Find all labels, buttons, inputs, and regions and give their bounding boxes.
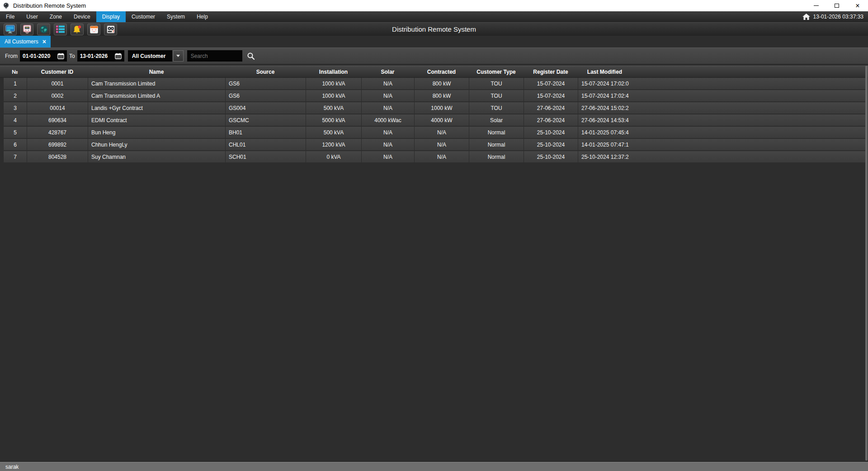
table-cell: BH01 [225,127,306,138]
menu-item-system[interactable]: System [161,11,191,22]
customer-type-dropdown[interactable]: All Customer [128,50,172,62]
table-cell: 15-07-2024 [524,78,578,89]
to-date-field[interactable]: 13-01-2026 [77,50,124,62]
column-header[interactable]: Contracted [414,69,469,75]
svg-text:7: 7 [113,30,114,33]
table-cell: 800 kW [414,78,469,89]
toolbar: 7 [0,24,117,35]
logged-in-user: sarak [5,464,19,470]
menu-item-zone[interactable]: Zone [44,11,68,22]
customer-type-dropdown-button[interactable] [173,50,184,62]
close-icon: × [855,2,859,10]
from-label: From [3,53,20,59]
calendar-picker-icon[interactable] [57,53,64,59]
table-cell: 5000 kVA [306,114,361,126]
search-button[interactable] [245,50,257,62]
table-cell: GSCMC [225,114,306,126]
table-cell: 2 [3,90,27,101]
table-cell: 1200 kVA [306,139,361,150]
meter-reading-button[interactable]: 7 [104,24,117,35]
menu-item-help[interactable]: Help [191,11,214,22]
menu-item-user[interactable]: User [20,11,43,22]
table-row[interactable]: 7804528Suy ChamnanSCH010 kVAN/AN/ANormal… [3,151,868,162]
column-header[interactable]: Solar [361,69,414,75]
meter-device-button[interactable] [20,24,33,35]
meter-reading-icon: 7 [106,25,115,34]
table-cell: 699892 [27,139,88,150]
search-input[interactable] [187,50,242,62]
column-header[interactable]: Source [225,69,306,75]
table-row[interactable]: 6699892Chhun HengLyCHL011200 kVAN/AN/ANo… [3,139,868,150]
table-row[interactable]: 10001Cam Transmission LimitedGS61000 kVA… [3,78,868,89]
menu-item-customer[interactable]: Customer [126,11,161,22]
table-cell: Normal [469,151,524,162]
table-cell: TOU [469,102,524,114]
table-cell: CHL01 [225,139,306,150]
table-cell: Chhun HengLy [88,139,225,150]
grid-header: №Customer IDNameSourceInstallationSolarC… [0,66,868,78]
vertical-scrollbar[interactable] [865,66,868,461]
table-cell: Normal [469,127,524,138]
chevron-down-icon [176,55,180,57]
menu-item-display[interactable]: Display [96,11,126,22]
table-cell: Suy Chamnan [88,151,225,162]
table-cell: 804528 [27,151,88,162]
column-header[interactable]: Installation [306,69,361,75]
from-date-field[interactable]: 01-01-2020 [20,50,67,62]
alerts-bell-icon [72,25,82,34]
table-cell: 25-10-2024 12:37:2 [578,151,632,162]
table-row[interactable]: 4690634EDMI ContractGSCMC5000 kVA4000 kW… [3,114,868,126]
table-cell: 1000 kVA [306,90,361,101]
alerts-button[interactable] [71,24,84,35]
tab-all-customers[interactable]: All Customers × [0,36,51,48]
table-cell: 428767 [27,127,88,138]
table-cell: GS6 [225,78,306,89]
column-header[interactable]: Customer Type [469,69,524,75]
table-cell: 4000 kWac [361,114,414,126]
window-title: Distribution Remote System [13,2,86,9]
to-label: To [67,53,77,59]
grid-body: 10001Cam Transmission LimitedGS61000 kVA… [0,78,868,162]
column-header[interactable]: № [3,69,27,75]
table-cell: 15-07-2024 17:02:0 [578,78,632,89]
table-cell: 3 [3,102,27,114]
table-cell: 14-01-2025 07:47:1 [578,139,632,150]
table-cell: TOU [469,90,524,101]
menu-item-file[interactable]: File [0,11,20,22]
map-globe-icon [39,25,48,34]
table-cell: Cam Transmission Limited A [88,90,225,101]
to-date-value: 13-01-2026 [80,53,108,59]
menu-item-device[interactable]: Device [68,11,96,22]
display-view-button[interactable] [4,24,17,35]
table-row[interactable]: 20002Cam Transmission Limited AGS61000 k… [3,90,868,101]
calendar-button[interactable] [87,24,100,35]
menu-items: FileUserZoneDeviceDisplayCustomerSystemH… [0,11,214,22]
close-button[interactable]: × [847,0,868,11]
table-cell: N/A [414,151,469,162]
table-cell: 27-06-2024 [524,102,578,114]
home-icon[interactable] [802,14,810,20]
table-cell: 4 [3,114,27,126]
menu-bar: FileUserZoneDeviceDisplayCustomerSystemH… [0,11,868,22]
table-cell: 25-10-2024 [524,127,578,138]
table-cell: 5 [3,127,27,138]
table-row[interactable]: 300014Landis +Gyr ContractGS004500 kVAN/… [3,102,868,114]
map-globe-button[interactable] [37,24,50,35]
column-header[interactable]: Name [88,69,225,75]
tab-close-icon[interactable]: × [42,38,46,45]
table-row[interactable]: 5428767Bun HengBH01500 kVAN/AN/ANormal25… [3,127,868,138]
column-header[interactable]: Customer ID [27,69,88,75]
table-cell: 6 [3,139,27,150]
calendar-picker-icon[interactable] [115,53,122,59]
search-icon [247,52,255,60]
table-cell: 27-06-2024 [524,114,578,126]
table-cell: 0 kVA [306,151,361,162]
column-header[interactable]: Last Modified [578,69,632,75]
table-cell: 690634 [27,114,88,126]
maximize-button[interactable] [826,0,847,11]
list-view-button[interactable] [54,24,67,35]
table-cell: Solar [469,114,524,126]
list-view-icon [56,25,65,33]
minimize-button[interactable] [806,0,826,11]
column-header[interactable]: Register Date [524,69,578,75]
